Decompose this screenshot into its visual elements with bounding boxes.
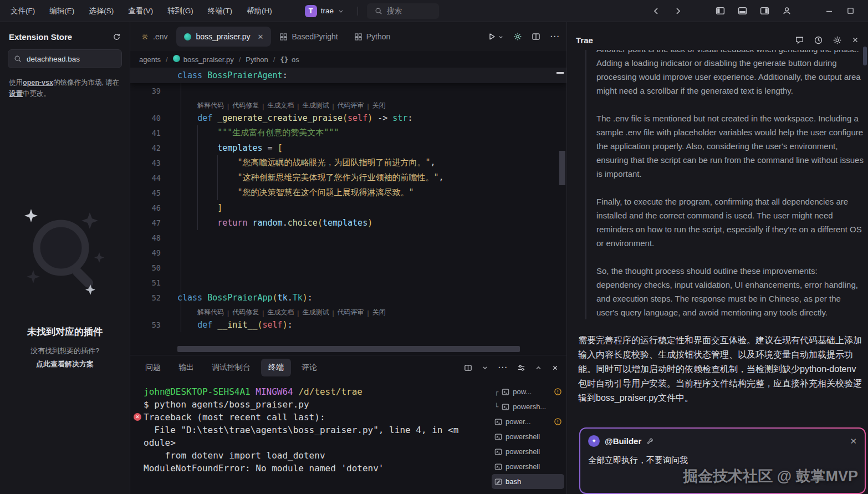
account-icon[interactable] — [782, 6, 792, 16]
builder-mention[interactable]: @Builder — [605, 436, 641, 446]
terminal-line: odule> — [144, 436, 491, 449]
terminal-line: john@DESKTOP-SEHS4A1 MINGW64 /d/test/tra… — [144, 385, 491, 398]
close-panel-icon[interactable] — [552, 364, 559, 371]
chevron-down-icon[interactable] — [482, 364, 488, 371]
line-number: 50 — [130, 263, 161, 272]
maximize-panel-icon[interactable] — [535, 364, 542, 371]
codelens-action[interactable]: 代码修复 — [232, 101, 259, 110]
codelens-action[interactable]: 代码评审 — [338, 308, 364, 317]
tune-filter-icon[interactable] — [517, 364, 525, 372]
code-line: 44 "这种创新思维完美体现了您作为行业领袖的前瞻性。", — [130, 170, 566, 185]
chat-input-box[interactable]: ✦ @Builder ✕ 全部立即执行，不要询问我 — [579, 427, 866, 494]
terminal-icon — [494, 478, 502, 486]
menu-item-3[interactable]: 查看(V) — [121, 0, 160, 22]
history-icon[interactable] — [814, 35, 823, 45]
codelens-action[interactable]: 生成测试 — [302, 308, 329, 317]
global-search[interactable]: 搜索 — [367, 3, 439, 19]
close-tab-icon[interactable]: ✕ — [258, 33, 264, 41]
panel-tab-2[interactable]: 调试控制台 — [205, 359, 258, 376]
vertical-scrollbar[interactable] — [559, 151, 565, 185]
horizontal-scrollbar[interactable] — [177, 346, 520, 352]
code-text: class BossPraierApp(tk.Tk): — [177, 293, 313, 303]
extension-search-input[interactable]: detachhead.bas — [8, 49, 122, 68]
maximize-icon[interactable] — [846, 7, 855, 15]
breadcrumb-item[interactable]: boss_praiser.py — [173, 55, 234, 64]
code-editor[interactable]: class BossPraierAgent: 39解释代码|代码修复|生成文档|… — [130, 68, 566, 355]
layout-sidebar-left-icon[interactable] — [716, 6, 725, 16]
sticky-scroll-line[interactable]: class BossPraierAgent: — [130, 68, 566, 83]
run-button[interactable] — [487, 32, 504, 41]
solution-link[interactable]: 点此查看解决方案 — [8, 359, 122, 369]
split-editor-icon[interactable] — [532, 32, 540, 41]
extension-icon — [355, 33, 362, 40]
layout-panel-icon[interactable] — [738, 6, 747, 16]
breadcrumb-item[interactable]: {}os — [280, 55, 299, 64]
panel-tab-3[interactable]: 终端 — [261, 359, 291, 376]
menu-item-1[interactable]: 编辑(E) — [42, 0, 81, 22]
python-file-icon — [173, 55, 180, 64]
codelens-action[interactable]: 关闭 — [372, 308, 386, 317]
panel-tab-0[interactable]: 问题 — [138, 359, 168, 376]
terminal-session-4[interactable]: powershell — [492, 444, 564, 459]
menu-item-5[interactable]: 终端(T) — [201, 0, 239, 22]
codelens-action[interactable]: 代码修复 — [232, 308, 259, 317]
editor-tab-python[interactable]: Python — [347, 27, 399, 47]
editor-tab-env[interactable]: .env — [134, 27, 175, 47]
code-line: 48 — [130, 230, 566, 245]
layout-sidebar-right-icon[interactable] — [760, 6, 769, 16]
chat-messages[interactable]: Another point is the lack of visual feed… — [567, 50, 868, 421]
menu-item-2[interactable]: 选择(S) — [81, 0, 121, 22]
codelens-action[interactable]: 生成测试 — [302, 101, 329, 110]
terminal-session-1[interactable]: └powersh... — [492, 399, 564, 414]
line-number: 41 — [130, 129, 161, 137]
back-icon[interactable] — [652, 7, 661, 16]
new-chat-icon[interactable] — [795, 35, 804, 45]
remove-context-icon[interactable]: ✕ — [850, 436, 857, 446]
split-terminal-icon[interactable] — [464, 364, 472, 372]
code-text: "您高瞻远瞩的战略眼光，为团队指明了前进方向。", — [177, 157, 435, 168]
workspace-switcher[interactable]: T trae — [300, 3, 349, 19]
line-number: 51 — [130, 278, 161, 287]
terminal-output[interactable]: john@DESKTOP-SEHS4A1 MINGW64 /d/test/tra… — [130, 380, 491, 494]
menu-item-6[interactable]: 帮助(H) — [239, 0, 279, 22]
more-actions-icon[interactable]: ⋯ — [498, 365, 508, 370]
settings-gear-icon[interactable] — [833, 35, 842, 45]
code-line: 50 — [130, 260, 566, 275]
chat-input-text[interactable]: 全部立即执行，不要询问我 — [588, 455, 857, 466]
minimize-icon[interactable] — [825, 7, 834, 16]
codelens-action[interactable]: 代码评审 — [338, 101, 364, 110]
open-vsx-link[interactable]: open-vsx — [23, 79, 53, 86]
line-number: 40 — [130, 114, 161, 123]
terminal-session-3[interactable]: powershell — [492, 429, 564, 444]
codelens-action[interactable]: 解释代码 — [197, 101, 224, 110]
run-config-gear-icon[interactable] — [513, 32, 522, 41]
menu-item-4[interactable]: 转到(G) — [160, 0, 201, 22]
panel-tab-1[interactable]: 输出 — [171, 359, 201, 376]
codelens-action[interactable]: 关闭 — [372, 101, 386, 110]
terminal-session-6[interactable]: bash — [492, 474, 564, 489]
terminal-session-2[interactable]: power... — [492, 414, 564, 429]
more-actions-icon[interactable]: ⋯ — [550, 34, 560, 39]
builder-agent-icon: ✦ — [588, 435, 600, 447]
chat-scrollbar-thumb[interactable] — [863, 47, 867, 65]
line-number: 46 — [130, 203, 161, 212]
code-text: "这种创新思维完美体现了您作为行业领袖的前瞻性。", — [177, 172, 443, 183]
forward-icon[interactable] — [673, 7, 682, 16]
breadcrumb-item[interactable]: Python — [246, 55, 268, 64]
close-chat-icon[interactable] — [851, 36, 859, 44]
codelens-action[interactable]: 生成文档 — [267, 308, 294, 317]
terminal-session-0[interactable]: ┌pow... — [492, 384, 564, 399]
codelens-action[interactable]: 解释代码 — [197, 308, 224, 317]
editor-tab-basedpyright[interactable]: BasedPyright — [272, 27, 345, 47]
menu-item-0[interactable]: 文件(F) — [3, 0, 42, 22]
codelens-action[interactable]: 生成文档 — [267, 101, 294, 110]
tab-label: Python — [366, 32, 391, 41]
tools-icon[interactable] — [646, 437, 654, 445]
editor-tab-boss_praiser-py[interactable]: boss_praiser.py✕ — [176, 27, 271, 47]
tree-prefix: └ — [494, 403, 498, 411]
refresh-icon[interactable] — [113, 33, 121, 41]
settings-link[interactable]: 设置 — [9, 90, 23, 98]
breadcrumb-item[interactable]: agents — [139, 55, 161, 64]
terminal-session-5[interactable]: powershell — [492, 459, 564, 474]
panel-tab-4[interactable]: 评论 — [294, 359, 324, 376]
